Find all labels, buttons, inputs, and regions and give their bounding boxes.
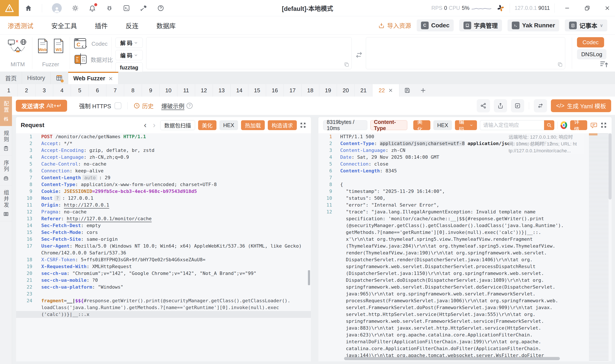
editor-line[interactable]: 7 — [318, 174, 612, 181]
sequence-tab-active[interactable]: 22 — [372, 84, 399, 97]
hex-button[interactable]: HEX — [433, 120, 452, 130]
menu-item-反连[interactable]: 反连 — [126, 21, 138, 30]
search-input[interactable] — [480, 120, 544, 130]
sequence-tab-10[interactable]: 10 — [160, 84, 177, 97]
vertical-scrollbar[interactable] — [609, 133, 612, 199]
sequence-tab-2[interactable]: 2 — [18, 84, 36, 97]
history-button[interactable]: 历史 — [133, 102, 154, 110]
fullscreen-icon[interactable] — [300, 122, 306, 128]
content-type-tag[interactable]: Content-Type — [370, 120, 407, 130]
editor-line[interactable]: 5Connection: close — [318, 161, 612, 168]
response-editor[interactable]: 1HTTP/1.1 5002Content-Type: application/… — [318, 133, 612, 362]
editor-line[interactable]: 22sec-ch-ua-platform: "Windows" — [16, 284, 311, 290]
codec-tool[interactable]: C Codec — [74, 38, 113, 50]
editor-line[interactable]: 4Accept-Language: zh-CN,zh;q=0.9 — [16, 154, 311, 161]
editor-line[interactable]: 24fragment=__|$${#response.getWriter().p… — [16, 297, 311, 304]
editor-line[interactable]: getMethods.?[name=='getRuntime'][0].invo… — [318, 229, 612, 236]
editor-line[interactable]: 14Sec-Fetch-Dest: empty — [16, 222, 311, 229]
avatar[interactable] — [52, 3, 62, 13]
mitm-tool[interactable]: MITM — [4, 37, 31, 69]
request-editor[interactable]: 1POST /monitor/cache/getNames HTTP/1.12A… — [16, 133, 311, 362]
sequence-tab-19[interactable]: 19 — [319, 84, 337, 97]
minimap[interactable] — [589, 133, 609, 362]
save-fuzzer-tab-button[interactable] — [399, 84, 415, 97]
horizontal-scrollbar[interactable] — [344, 357, 560, 360]
detail-button[interactable]: 详情 — [570, 120, 587, 130]
sequence-tab-15[interactable]: 15 — [248, 84, 266, 97]
export-button[interactable] — [494, 99, 507, 112]
codec-mode-tab[interactable]: Codec — [577, 37, 604, 47]
editor-line[interactable]: springframework.web.servlet.DispatcherSe… — [318, 284, 612, 290]
close-button[interactable] — [600, 0, 615, 16]
beautify-button[interactable]: 美化 — [198, 120, 216, 130]
sequence-tab-13[interactable]: 13 — [213, 84, 231, 97]
quick-button-Yak Runner[interactable]: Yak Runner — [508, 19, 559, 31]
sequence-tab-21[interactable]: 21 — [355, 84, 372, 97]
editor-line[interactable]: 19X-Requested-With: XMLHttpRequest — [16, 263, 311, 270]
scrollbar-marker[interactable] — [308, 270, 310, 285]
data-compare-tool[interactable]: 数据对比 — [74, 53, 113, 66]
editor-line[interactable]: processRequest(FrameworkServlet.java:100… — [318, 297, 612, 304]
rail-item-序列[interactable]: 序列 — [0, 156, 12, 185]
collapse-panel-icon[interactable] — [600, 60, 609, 69]
editor-line[interactable]: x'\r\n\tat org.thymeleaf.spring5.view.Th… — [318, 236, 612, 243]
editor-line[interactable]: springframework.web.servlet.FrameworkSer… — [318, 318, 612, 325]
yakit-logo-icon[interactable] — [0, 0, 19, 16]
settings-gear-icon[interactable] — [72, 4, 79, 12]
save-to-history-button[interactable] — [511, 99, 524, 112]
editor-line[interactable]: servlet.http.HttpServlet.service(HttpSer… — [318, 311, 612, 318]
editor-line[interactable]: 20sec-ch-ua: "Chromium";v="142", "Google… — [16, 270, 311, 277]
codec-input-area[interactable] — [146, 37, 352, 69]
quick-button-Codec[interactable]: CCodec — [417, 19, 454, 31]
encode-dropdown[interactable]: 编 码 — [115, 50, 143, 60]
editor-line[interactable]: 18X-CSRF-Token: 5+ffs0iBYFPHQ3sGR+9f/bHY… — [16, 256, 311, 263]
editor-line[interactable]: java:965)\r\n\tat org.springframework.we… — [318, 290, 612, 297]
sequence-tab-7[interactable]: 7 — [106, 84, 124, 97]
sequence-tab-5[interactable]: 5 — [71, 84, 89, 97]
editor-line[interactable]: 7Content-Lengthauto: 29 — [16, 174, 311, 181]
sequence-tab-9[interactable]: 9 — [142, 84, 160, 97]
editor-line[interactable]: java:883)\r\n\tat javax.servlet.http.Htt… — [318, 325, 612, 332]
restore-button[interactable] — [579, 0, 595, 16]
fuzztag-button[interactable]: fuzztag — [115, 62, 143, 73]
feedback-comment-icon[interactable] — [590, 122, 598, 129]
bug-icon[interactable] — [106, 4, 113, 12]
tab-web-fuzzer[interactable]: Web Fuzzer — [68, 72, 118, 84]
codec-output-area[interactable] — [366, 37, 565, 69]
notifications-bell-icon[interactable] — [89, 4, 96, 12]
fullscreen-icon[interactable] — [601, 122, 607, 128]
editor-line[interactable]: loadClass('java.lang.Runtime').getMethod… — [16, 304, 311, 311]
editor-line[interactable]: 9 "timestamp": "2025-11-29 16:14:00", — [318, 188, 612, 195]
rail-item-组并发[interactable]: 组并发 — [0, 185, 12, 221]
quick-button-记事本[interactable]: 记事本∨ — [565, 19, 607, 31]
editor-line[interactable]: 23 — [16, 290, 311, 297]
chrome-icon[interactable] — [561, 121, 567, 129]
construct-request-button[interactable]: 构造请求 — [268, 120, 297, 130]
editor-line[interactable]: 10 "status": 500, — [318, 195, 612, 202]
editor-line[interactable]: springframework.web.servlet.DispatcherSe… — [318, 263, 612, 270]
hotload-button[interactable]: 热加载 — [241, 120, 265, 130]
editor-line[interactable]: render(ThymeleafView.java:190)\r\n\tat o… — [318, 249, 612, 256]
menu-item-渗透测试[interactable]: 渗透测试 — [8, 21, 33, 30]
editor-line[interactable]: 6Content-Length: 8345 — [318, 168, 612, 174]
sequence-tab-20[interactable]: 20 — [337, 84, 355, 97]
import-resources-button[interactable]: 导入资源 — [378, 21, 411, 30]
editor-line[interactable]: 12 "trace": "java.lang.IllegalArgumentEx… — [318, 208, 612, 215]
editor-line[interactable]: 4Date: Sat, 29 Nov 2025 08:14:00 GMT — [318, 154, 612, 161]
add-fuzzer-tab-button[interactable] — [415, 84, 431, 97]
editor-line[interactable]: 17User-Agent: Mozilla/5.0 (Windows NT 10… — [16, 243, 311, 249]
sequence-tab-16[interactable]: 16 — [266, 84, 284, 97]
dnslog-mode-tab[interactable]: DNSLog — [577, 49, 606, 59]
editor-line[interactable]: Chrome/142.0.0.0 Safari/537.36 — [16, 249, 311, 256]
generate-yaml-button[interactable]: </> 生成 Yaml 模板 — [551, 99, 611, 112]
editor-line[interactable]: 3Accept-Encoding: gzip, deflate, br, zst… — [16, 147, 311, 154]
editor-line[interactable]: 13Referer: http://127.0.0.1/monitor/cach… — [16, 215, 311, 222]
terminal-icon[interactable] — [123, 4, 130, 12]
beautify-button[interactable]: 美化 — [413, 120, 430, 130]
editor-line[interactable]: 8Content-Type: application/x-www-form-ur… — [16, 181, 311, 188]
copy-icon[interactable] — [557, 62, 563, 67]
send-request-button[interactable]: 发送请求 Alt+↵ — [16, 100, 67, 112]
sequence-tab-12[interactable]: 12 — [195, 84, 213, 97]
editor-line[interactable]: 12Pragma: no-cache — [16, 208, 311, 215]
sequence-tab-3[interactable]: 3 — [36, 84, 53, 97]
